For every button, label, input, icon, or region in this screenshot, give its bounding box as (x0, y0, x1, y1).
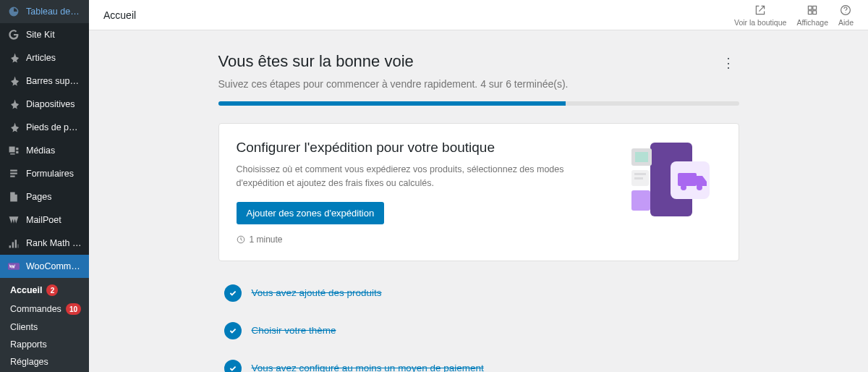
sidebar-item-label: Site Kit (26, 30, 82, 40)
sidebar-item-woocommerce[interactable]: WooCommerce (0, 255, 89, 278)
sidebar-item-dashboard[interactable]: Tableau de bord (0, 0, 89, 23)
clock-icon (237, 235, 245, 244)
submenu-label: Rapports (10, 339, 47, 350)
submenu-label: Commandes (10, 304, 61, 314)
task-label: Vous avez configuré au moins un moyen de… (252, 363, 484, 372)
card-description: Choisissez où et comment vous expédierez… (237, 163, 613, 190)
mailpoet-icon (7, 214, 20, 227)
sidebar-item-footers[interactable]: Pieds de page (0, 116, 89, 139)
display-options-button[interactable]: Affichage (796, 4, 828, 27)
action-label: Aide (838, 18, 854, 27)
breadcrumb: Accueil (103, 9, 136, 21)
svg-rect-3 (809, 10, 812, 14)
sidebar-item-label: Formulaires (26, 169, 82, 179)
sidebar-item-articles[interactable]: Articles (0, 46, 89, 69)
more-vertical-icon: ⋮ (722, 56, 735, 70)
help-icon (839, 4, 852, 17)
sidebar-item-mailpoet[interactable]: MailPoet (0, 208, 89, 232)
svg-rect-2 (813, 6, 817, 9)
pin-icon (7, 51, 20, 64)
woo-submenu: Accueil 2 Commandes 10 Clients Rapports … (0, 278, 89, 372)
svg-point-17 (697, 185, 702, 190)
add-shipping-zones-button[interactable]: Ajouter des zones d'expédition (237, 202, 385, 224)
sidebar-item-label: MailPoet (26, 215, 82, 225)
sidebar-item-label: Rank Math SEO (26, 238, 82, 248)
sidebar-item-label: Diapositives (26, 99, 82, 109)
view-store-button[interactable]: Voir la boutique (734, 4, 786, 27)
svg-point-16 (681, 185, 686, 190)
submenu-item-orders[interactable]: Commandes 10 (0, 300, 89, 318)
topbar: Accueil Voir la boutique Affichage Aide (89, 0, 868, 30)
svg-rect-12 (634, 177, 643, 179)
progress-bar (218, 101, 739, 106)
external-link-icon (754, 4, 767, 17)
sidebar-item-label: WooCommerce (26, 261, 82, 271)
svg-rect-9 (635, 152, 648, 162)
pin-icon (7, 75, 20, 88)
sidebar-item-forms[interactable]: Formulaires (0, 162, 89, 185)
submenu-label: Accueil (10, 285, 42, 295)
submenu-item-customers[interactable]: Clients (0, 318, 89, 336)
svg-rect-13 (631, 190, 650, 211)
sidebar-item-label: Pages (26, 192, 82, 202)
sidebar-item-label: Tableau de bord (26, 7, 82, 17)
sidebar-item-pages[interactable]: Pages (0, 185, 89, 208)
sidebar-item-slides[interactable]: Diapositives (0, 93, 89, 116)
task-row-theme[interactable]: Choisir votre thème (218, 312, 739, 350)
sidebar-item-media[interactable]: Médias (0, 139, 89, 162)
sidebar-item-label: Barres supérieures (26, 76, 82, 86)
pin-icon (7, 121, 20, 134)
main-area: Accueil Voir la boutique Affichage Aide (89, 0, 868, 372)
svg-rect-1 (809, 6, 812, 9)
submenu-item-reports[interactable]: Rapports (0, 336, 89, 353)
submenu-label: Réglages (10, 357, 48, 367)
content-scroll[interactable]: Vous êtes sur la bonne voie Suivez ces é… (89, 30, 868, 372)
chart-icon (7, 237, 20, 250)
count-badge: 10 (66, 303, 81, 315)
help-button[interactable]: Aide (838, 4, 854, 27)
dashboard-icon (7, 5, 20, 18)
duration-label: 1 minute (250, 234, 283, 245)
svg-rect-11 (634, 173, 646, 175)
submenu-item-settings[interactable]: Réglages (0, 353, 89, 371)
svg-rect-15 (678, 173, 697, 186)
svg-rect-4 (813, 10, 817, 14)
sidebar-item-rankmath[interactable]: Rank Math SEO (0, 232, 89, 255)
action-label: Voir la boutique (734, 18, 786, 27)
task-label: Choisir votre thème (252, 325, 336, 336)
media-icon (7, 144, 20, 157)
sidebar-item-topbars[interactable]: Barres supérieures (0, 69, 89, 93)
check-circle-icon (224, 360, 242, 373)
sidebar-item-label: Articles (26, 53, 82, 63)
page-title: Vous êtes sur la bonne voie (218, 52, 569, 71)
sidebar-item-label: Pieds de page (26, 122, 82, 132)
task-label: Vous avez ajouté des produits (252, 287, 382, 298)
card-meta: 1 minute (237, 234, 613, 245)
current-task-card: Configurer l'expédition pour votre bouti… (218, 123, 739, 261)
grid-icon (806, 4, 819, 17)
sidebar-item-label: Médias (26, 145, 82, 156)
task-row-payment[interactable]: Vous avez configuré au moins un moyen de… (218, 350, 739, 373)
submenu-label: Clients (10, 322, 38, 332)
shipping-illustration (627, 140, 721, 219)
page-subtitle: Suivez ces étapes pour commencer à vendr… (218, 78, 569, 90)
woo-icon (7, 260, 20, 273)
submenu-item-home[interactable]: Accueil 2 (0, 281, 89, 300)
progress-fill (218, 101, 566, 106)
card-title: Configurer l'expédition pour votre bouti… (237, 140, 613, 156)
action-label: Affichage (796, 18, 828, 27)
count-badge: 2 (46, 284, 58, 296)
check-circle-icon (224, 284, 242, 302)
more-options-button[interactable]: ⋮ (718, 52, 739, 74)
check-circle-icon (224, 322, 242, 339)
sidebar-item-sitekit[interactable]: Site Kit (0, 23, 89, 46)
form-icon (7, 167, 20, 180)
task-row-products[interactable]: Vous avez ajouté des produits (218, 274, 739, 312)
page-icon (7, 190, 20, 203)
google-icon (7, 28, 20, 41)
admin-sidebar: Tableau de bord Site Kit Articles Barres… (0, 0, 89, 372)
pin-icon (7, 98, 20, 111)
